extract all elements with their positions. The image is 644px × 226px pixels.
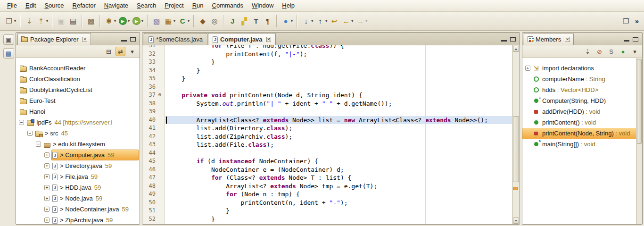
print-icon[interactable]: ▤ xyxy=(67,16,79,27)
code-editor[interactable]: 31 for (File f : hdd.get(File.class)) {3… xyxy=(142,45,520,224)
tree-expander-icon[interactable]: + xyxy=(44,185,50,190)
menu-file[interactable]: File xyxy=(3,0,21,11)
previous-annotation-icon[interactable]: ↑▾ xyxy=(314,16,328,27)
code-line[interactable]: 32 printContent(f, "|-"); xyxy=(142,50,512,59)
open-type-icon[interactable]: ◆ xyxy=(197,16,208,27)
code-line[interactable]: 48 ArrayList<? extends Node> tmp = e.get… xyxy=(142,182,512,191)
search-icon[interactable]: ◎ xyxy=(209,16,220,27)
member-item[interactable]: Computer(String, HDD) xyxy=(522,95,642,106)
tree-expander-icon[interactable]: − xyxy=(19,120,24,125)
collapse-all-icon[interactable]: ⊟ xyxy=(104,47,114,56)
tree-item[interactable]: +> Computer.java59 xyxy=(19,150,139,160)
dropdown-arrow-icon[interactable]: ▾ xyxy=(114,19,116,23)
code-line[interactable]: 42 list.add(ZipArchiv.class); xyxy=(142,133,512,141)
dropdown-arrow-icon[interactable]: ▾ xyxy=(325,19,327,23)
tree-expander-icon[interactable]: + xyxy=(44,196,50,201)
dropdown-arrow-icon[interactable]: ▾ xyxy=(128,19,130,23)
tree-item[interactable]: +> Directory.java59 xyxy=(19,160,139,171)
tree-item[interactable]: +> Node.java59 xyxy=(19,193,139,204)
code-line[interactable]: 50 printContent(n, ident + "-"); xyxy=(142,199,512,207)
member-item[interactable]: printContent() : void xyxy=(522,117,642,128)
tree-expander-icon[interactable]: + xyxy=(44,152,50,158)
close-view-icon[interactable]: ✕ xyxy=(565,37,570,42)
next-annotation-icon[interactable]: ↓▾ xyxy=(300,16,314,27)
tree-expander-icon[interactable]: + xyxy=(44,207,50,212)
code-line[interactable]: 49 for (Node n : tmp) { xyxy=(142,190,512,199)
code-line[interactable]: 43 list.add(File.class); xyxy=(142,141,512,149)
tree-item[interactable]: −IpdFs44 [https://svnserver.i xyxy=(19,117,139,128)
code-line[interactable]: 51 } xyxy=(142,207,512,215)
hide-non-public-icon[interactable]: ● xyxy=(618,47,628,56)
external-tools-icon[interactable]: ✱▾ xyxy=(103,16,117,27)
back-icon[interactable]: ←▾ xyxy=(340,16,354,27)
dropdown-arrow-icon[interactable]: ▾ xyxy=(291,19,293,23)
maximize-icon[interactable] xyxy=(510,37,516,42)
tree-item[interactable]: Hanoi xyxy=(19,106,139,117)
code-line[interactable]: 31 for (File f : hdd.get(File.class)) { xyxy=(142,45,512,50)
code-line[interactable]: 52 } xyxy=(142,215,512,224)
code-line[interactable]: 45 if (d instanceof NodeContainer) { xyxy=(142,157,512,166)
dropdown-arrow-icon[interactable]: ▾ xyxy=(351,19,353,23)
dropdown-arrow-icon[interactable]: ▾ xyxy=(46,19,48,23)
hide-static-icon[interactable]: S xyxy=(606,47,616,56)
dropdown-arrow-icon[interactable]: ▾ xyxy=(311,19,313,23)
code-line[interactable]: 36 xyxy=(142,83,512,92)
new-package-icon[interactable]: ▦▾ xyxy=(163,16,176,27)
tree-item[interactable]: Euro-Test xyxy=(19,95,139,106)
hide-fields-icon[interactable]: ⊘ xyxy=(594,47,604,56)
show-whitespace-icon[interactable]: ¶ xyxy=(262,16,273,27)
maximize-icon[interactable] xyxy=(130,37,136,42)
dropdown-arrow-icon[interactable]: ▾ xyxy=(188,19,190,23)
tree-expander-icon[interactable]: − xyxy=(27,131,33,136)
link-with-editor-icon[interactable]: ⇄ xyxy=(116,47,125,56)
minimize-icon[interactable] xyxy=(501,37,507,42)
scrollbar-thumb[interactable] xyxy=(513,116,519,182)
svn-update-icon[interactable]: ⇣ xyxy=(24,16,35,27)
dropdown-arrow-icon[interactable]: ▾ xyxy=(141,19,143,23)
tree-item[interactable]: −> src45 xyxy=(19,128,139,139)
tree-expander-icon[interactable]: + xyxy=(44,174,50,179)
code-line[interactable]: 40 ArrayList<Class<? extends Node>> list… xyxy=(142,116,512,125)
web-browser-icon[interactable]: ●▾ xyxy=(280,16,294,27)
code-line[interactable]: 39 xyxy=(142,108,512,116)
dropdown-arrow-icon[interactable]: ▾ xyxy=(173,19,175,23)
toolbar-overflow-chevron[interactable]: » xyxy=(632,17,642,25)
menu-help[interactable]: Help xyxy=(278,0,299,11)
tree-item[interactable]: +> NodeContainer.java59 xyxy=(19,204,139,215)
code-line[interactable]: 44 xyxy=(142,149,512,158)
code-line[interactable]: 38 System.out.println("|-" + ident + " "… xyxy=(142,100,512,108)
menu-navigate[interactable]: Navigate xyxy=(100,0,132,11)
forward-icon[interactable]: →▾ xyxy=(355,16,368,27)
code-line[interactable]: 34 } xyxy=(142,67,512,75)
code-line[interactable]: 41 list.add(Directory.class); xyxy=(142,124,512,133)
members-tab[interactable]: Members ✕ xyxy=(524,33,574,45)
scroll-up-icon[interactable]: ▲ xyxy=(513,46,519,52)
editor-tab-someclassjava[interactable]: *SomeClass.java xyxy=(144,33,207,45)
editor-scrollbar[interactable]: ▲ ▼ xyxy=(512,45,520,224)
new-wizard-icon[interactable]: ❐▾ xyxy=(3,16,17,27)
member-expander-icon[interactable]: + xyxy=(525,66,530,71)
open-perspective-icon[interactable]: ❐ xyxy=(620,16,632,27)
menu-project[interactable]: Project xyxy=(160,0,188,11)
scrollbar-thumb[interactable] xyxy=(637,59,642,144)
coverage-icon[interactable]: ▶▾ xyxy=(131,16,144,26)
new-java-project-icon[interactable]: ▧ xyxy=(151,16,162,27)
tree-expander-icon[interactable]: − xyxy=(36,142,41,147)
save-icon[interactable]: ▣ xyxy=(56,16,67,27)
menu-source[interactable]: Source xyxy=(40,0,68,11)
member-item[interactable]: +import declarations xyxy=(522,63,642,74)
menu-search[interactable]: Search xyxy=(132,0,160,11)
maximize-icon[interactable] xyxy=(633,37,638,42)
code-line[interactable]: 35 } xyxy=(142,75,512,83)
build-icon[interactable]: ▩ xyxy=(85,16,97,27)
code-line[interactable]: 33 } xyxy=(142,58,512,67)
dropdown-arrow-icon[interactable]: ▾ xyxy=(14,19,16,23)
member-item[interactable]: computerName : String xyxy=(522,74,642,84)
member-item[interactable]: printContent(Node, String) : void xyxy=(522,128,642,139)
editor-tab-computerjava[interactable]: Computer.java✕ xyxy=(208,33,276,45)
menu-run[interactable]: Run xyxy=(188,0,208,11)
menu-window[interactable]: Window xyxy=(248,0,278,11)
tree-expander-icon[interactable]: + xyxy=(44,163,50,168)
tree-item[interactable]: +> File.java59 xyxy=(19,171,139,182)
restore-fast-view-icon[interactable]: ▣ xyxy=(3,34,14,45)
